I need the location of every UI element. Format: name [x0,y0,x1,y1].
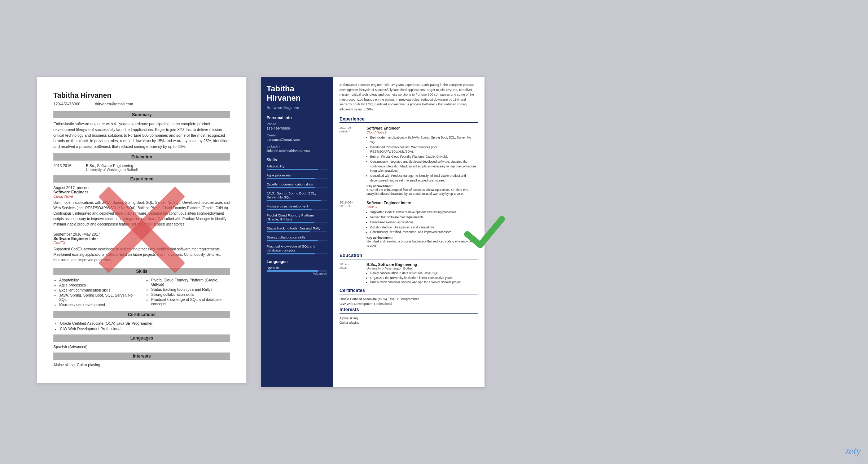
right-exp-1-b2: Developed microservices and Web Services… [370,145,478,154]
left-skill-7: Status tracking tools (Jira and Rally) [151,287,230,292]
left-skill-1: Adaptability [59,278,138,282]
right-skill-4: Microservices development [267,204,327,210]
right-skills-container: Adaptability Agile processes Excellent c… [267,164,327,254]
left-phone: 123-456-78900 [53,102,80,106]
right-sidebar: Tabitha Hirvanen Software Engineer Perso… [261,77,333,387]
skill-bar-fill-3 [267,200,321,201]
right-interests-section-title: Interests [339,307,478,314]
right-email-label: E-mail [267,133,327,137]
skill-bar-fill-8 [267,253,315,254]
skill-bar-fill-1 [267,178,315,179]
skill-bar-fill-2 [267,187,315,188]
left-skill-5: Microservices development [59,302,138,307]
left-lang-text: Spanish (Advanced) [53,345,230,349]
skill-bar-fill-0 [267,169,318,170]
left-email: thirvanen@email.com [95,102,133,106]
left-skills-grid: Adaptability Agile processes Excellent c… [53,278,230,307]
right-exp-1: 2017-08 - present Software Engineer Clou… [339,126,478,196]
left-name: Tabitha Hirvanen [53,91,230,100]
right-exp-2-b5: Continuously identified, measured, and i… [370,230,478,235]
left-cert-1: Oracle Certified Associate (OCA) Java SE… [60,321,230,325]
right-skill-5: Pivotal Cloud Foundry Platform (Gradle, … [267,213,327,223]
right-skill-1: Agile processes [267,173,327,179]
right-edu-b3: Built a mock customer service web app fo… [370,280,478,285]
right-cert-1: Oracle Certified Associate (OCA) Java SE… [339,297,478,301]
skill-name-1: Agile processes [267,173,327,177]
skill-bar-bg-5 [267,222,327,223]
right-exp-2-body: Software Engineer Intern CodEX Supported… [367,201,478,248]
left-education-header: Education [53,153,230,161]
skill-name-7: Strong collaboration skills [267,235,327,239]
right-exp-2-header: 2016-09 - 2017-05 Software Engineer Inte… [339,201,478,248]
right-exp-1-company: Cloud Nove9 [367,130,478,134]
skill-name-5: Pivotal Cloud Foundry Platform (Gradle, … [267,213,327,221]
left-exp-title-1: Software Engineer [53,190,230,194]
right-exp-2-title: Software Engineer Intern [367,201,478,205]
skill-bar-bg-4 [267,209,327,210]
left-lang-header: Languages [53,334,230,342]
right-exp-1-b1: Built modern applications with JAVA, Spr… [370,135,478,145]
right-interest-1: Alpine skiing [339,316,478,320]
right-languages-title: Languages [267,259,327,264]
left-exp-entry-1: August 2017–present Software Engineer Cl… [53,185,230,227]
right-linkedin-label: LinkedIn [267,144,327,148]
right-certs-section-title: Certificates [339,288,478,294]
left-skill-3: Excellent communication skills [59,288,138,292]
page-container: Tabitha Hirvanen 123-456-78900 thirvanen… [37,77,831,387]
left-edu-degree: B.Sc., Software Engineering [86,163,138,168]
right-edu-b1: Heavy concentration in data structures, … [370,271,478,276]
right-email-value: thirvanen@email.com [267,137,327,141]
right-lang-0: Spanish Advanced [267,266,327,275]
right-linkedin-value: linkedin.com/in/thirvanen600 [267,149,327,153]
skill-bar-bg-6 [267,231,327,232]
right-exp-1-b5: Consulted with Product Manager to identi… [370,174,478,183]
right-edu-degree: B.Sc., Software Engineering [367,262,478,267]
right-exp-1-ach-label: Key achievement: [367,184,478,188]
left-skill-9: Practical knowledge of SQL and database … [151,297,230,306]
left-cert-2: CIW Web Development Professional [60,327,230,331]
left-skill-8: Strong collaboration skills [151,292,230,297]
right-edu-entry: 2014 - 2016 B.Sc., Software Engineering … [339,262,478,285]
right-exp-1-bullets: Built modern applications with JAVA, Spr… [367,135,478,183]
right-skill-0: Adaptability [267,164,327,170]
lang-name-0: Spanish [267,266,327,270]
left-exp-entry-2: September 2016–May 2017 Software Enginee… [53,232,230,263]
right-exp-1-b4: Continuously integrated and deployed dev… [370,159,478,173]
left-edu-years: 2013 2016 [53,163,79,172]
left-exp-desc-1: Built modern applications with JAVA, Spr… [53,200,230,227]
left-summary-text: Enthusiastic software engineer with 4+ y… [53,121,230,150]
left-skills-header: Skills [53,268,230,275]
right-edu-b2: Organized the university hackathon in tw… [370,276,478,280]
skill-bar-fill-4 [267,209,312,210]
right-edu-body: B.Sc., Software Engineering University o… [367,262,478,285]
left-exp-date-1: August 2017–present [53,185,230,190]
skill-name-4: Microservices development [267,204,327,208]
right-exp-2: 2016-09 - 2017-05 Software Engineer Inte… [339,201,478,248]
right-edu-section-title: Education [339,253,478,259]
right-exp-title: Experience [339,116,478,123]
left-experience-header: Experience [53,175,230,183]
right-exp-2-ach-text: Identified and resolved a process bottle… [367,240,478,248]
right-languages-container: Spanish Advanced [267,266,327,275]
left-skills-col2: Pivotal Cloud Foundry Platform (Gradle, … [145,278,230,307]
left-skill-2: Agile processes [59,283,138,287]
skill-name-8: Practical knowledge of SQL and database … [267,244,327,252]
skill-bar-bg-2 [267,187,327,188]
left-exp-company-1: Cloud Nove [53,194,230,198]
right-phone-label: Phone [267,122,327,126]
skill-bar-fill-7 [267,240,318,241]
left-exp-title-2: Software Engineer Inter [53,236,230,241]
right-cert-2: CIW Web Development Professional [339,302,478,306]
right-skill-3: JAVA, Spring, Spring Boot, SQL, Server, … [267,191,327,201]
left-edu-info: B.Sc., Software Engineering University o… [86,163,138,172]
skill-name-3: JAVA, Spring, Spring Boot, SQL, Server, … [267,191,327,199]
right-exp-1-title: Software Engineer [367,126,478,130]
left-interests-text: Alpine skiing, Guitar playing [53,363,230,367]
skill-bar-bg-3 [267,200,327,201]
left-skills-col1: Adaptability Agile processes Excellent c… [53,278,138,307]
skill-bar-fill-6 [267,231,310,232]
skill-name-6: Status tracking tools (Jira and Rally) [267,226,327,230]
right-edu-header: 2014 - 2016 B.Sc., Software Engineering … [339,262,478,285]
right-main: Enthusiastic software engineer with 4+ y… [333,77,485,387]
left-exp-company-2: CodEX [53,241,230,245]
